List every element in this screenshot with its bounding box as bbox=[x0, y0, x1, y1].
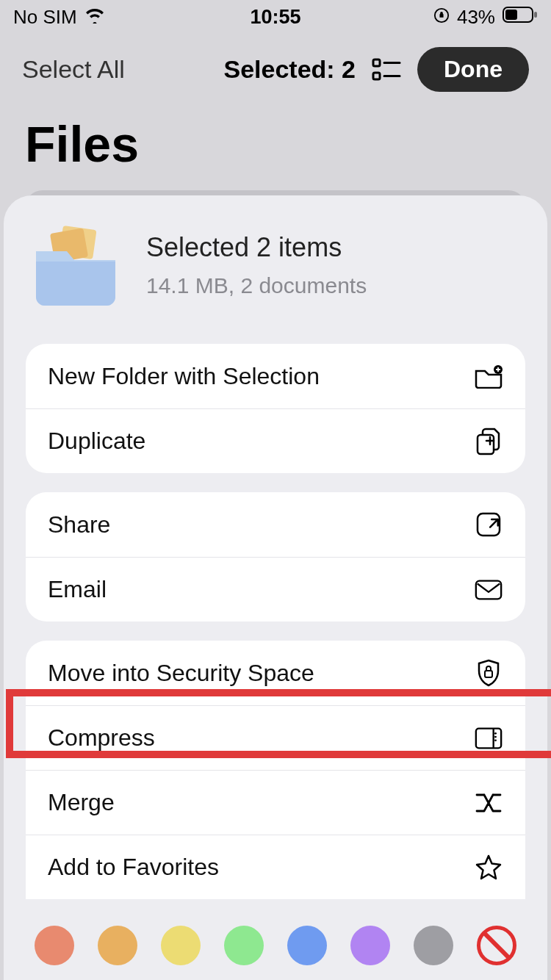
select-all-button[interactable]: Select All bbox=[22, 55, 125, 84]
shield-lock-icon bbox=[474, 658, 503, 688]
color-tag-yellow[interactable] bbox=[161, 926, 201, 965]
sheet-title: Selected 2 items bbox=[146, 232, 367, 263]
color-tag-gray[interactable] bbox=[414, 926, 453, 965]
action-label: Add to Favorites bbox=[48, 854, 219, 881]
action-label: New Folder with Selection bbox=[48, 363, 320, 390]
action-new-folder[interactable]: New Folder with Selection bbox=[26, 344, 525, 408]
list-view-icon bbox=[372, 57, 401, 82]
action-compress[interactable]: Compress bbox=[26, 705, 525, 770]
action-group-3: Move into Security Space Compress Merge … bbox=[26, 641, 525, 899]
wifi-icon bbox=[84, 6, 105, 29]
star-icon bbox=[474, 853, 503, 882]
color-tag-blue[interactable] bbox=[287, 926, 327, 965]
svg-rect-15 bbox=[476, 580, 501, 599]
action-group-1: New Folder with Selection Duplicate bbox=[26, 344, 525, 473]
svg-rect-2 bbox=[505, 10, 517, 20]
sheet-subtitle: 14.1 MB, 2 documents bbox=[146, 273, 367, 298]
folder-plus-icon bbox=[474, 361, 503, 391]
color-tag-purple[interactable] bbox=[350, 926, 390, 965]
sheet-header: Selected 2 items 14.1 MB, 2 documents bbox=[26, 220, 525, 325]
svg-point-20 bbox=[494, 735, 497, 738]
view-toggle-button[interactable] bbox=[370, 54, 403, 86]
action-label: Duplicate bbox=[48, 428, 145, 455]
action-favorite[interactable]: Add to Favorites bbox=[26, 835, 525, 899]
action-label: Merge bbox=[48, 789, 115, 816]
action-label: Compress bbox=[48, 724, 155, 752]
color-tag-row bbox=[4, 910, 547, 980]
selection-thumbnail bbox=[30, 225, 121, 306]
color-tag-red[interactable] bbox=[35, 926, 74, 965]
svg-point-19 bbox=[494, 732, 497, 734]
battery-icon bbox=[503, 6, 538, 29]
action-security-space[interactable]: Move into Security Space bbox=[26, 641, 525, 705]
svg-rect-3 bbox=[534, 12, 537, 18]
carrier-label: No SIM bbox=[13, 6, 77, 29]
done-button[interactable]: Done bbox=[417, 47, 529, 92]
mail-icon bbox=[474, 575, 503, 605]
share-icon bbox=[474, 510, 503, 539]
status-bar: No SIM 10:55 43% bbox=[0, 0, 551, 34]
action-sheet: Selected 2 items 14.1 MB, 2 documents Ne… bbox=[4, 195, 547, 980]
page-title: Files bbox=[0, 99, 551, 186]
action-merge[interactable]: Merge bbox=[26, 770, 525, 835]
color-tag-orange[interactable] bbox=[98, 926, 137, 965]
svg-rect-4 bbox=[373, 60, 380, 66]
svg-rect-13 bbox=[478, 435, 494, 454]
svg-rect-17 bbox=[476, 728, 501, 748]
orientation-lock-icon bbox=[433, 6, 450, 29]
action-duplicate[interactable]: Duplicate bbox=[26, 408, 525, 473]
action-label: Share bbox=[48, 511, 110, 538]
clock: 10:55 bbox=[250, 6, 300, 29]
selection-count: Selected: 2 bbox=[223, 55, 356, 84]
battery-percent: 43% bbox=[457, 6, 495, 29]
archive-icon bbox=[474, 724, 503, 753]
nav-bar: Select All Selected: 2 Done bbox=[0, 34, 551, 99]
merge-icon bbox=[474, 788, 503, 818]
color-tag-green[interactable] bbox=[224, 926, 264, 965]
svg-rect-6 bbox=[373, 73, 380, 79]
action-email[interactable]: Email bbox=[26, 557, 525, 621]
action-label: Move into Security Space bbox=[48, 660, 314, 687]
duplicate-icon bbox=[474, 427, 503, 456]
action-group-2: Share Email bbox=[26, 492, 525, 621]
svg-rect-16 bbox=[485, 671, 492, 677]
color-tag-none[interactable] bbox=[477, 926, 516, 965]
svg-point-21 bbox=[494, 739, 497, 741]
action-label: Email bbox=[48, 576, 107, 603]
action-share[interactable]: Share bbox=[26, 492, 525, 557]
svg-rect-14 bbox=[478, 514, 500, 536]
